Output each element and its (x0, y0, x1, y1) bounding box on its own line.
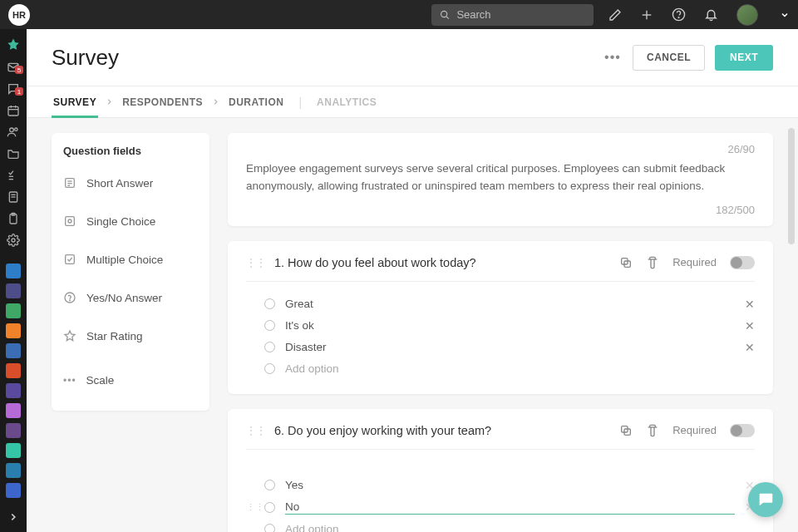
plus-icon[interactable] (640, 8, 653, 22)
drag-handle-icon[interactable]: ⋮⋮ (246, 257, 266, 268)
rail-app-tile[interactable] (6, 423, 21, 438)
question-title[interactable]: 6. Do you enjoy working with your team? (274, 424, 611, 437)
avatar[interactable] (736, 4, 758, 26)
chevron-right-icon (211, 97, 220, 106)
star-icon (63, 329, 76, 342)
svg-point-20 (12, 239, 15, 242)
rail-app-tile[interactable] (6, 363, 21, 378)
svg-rect-25 (66, 217, 75, 226)
search-input[interactable] (456, 8, 585, 21)
single-choice-icon (63, 214, 76, 228)
field-multiple-choice[interactable]: Multiple Choice (52, 240, 209, 278)
survey-description[interactable]: Employee engagement surveys serve severa… (246, 159, 755, 204)
add-option-row[interactable]: Add option (246, 358, 755, 379)
folder-icon[interactable] (5, 147, 22, 160)
survey-builder: 26/90 Employee engagement surveys serve … (228, 133, 773, 517)
topbar-actions (608, 4, 790, 26)
next-button[interactable]: NEXT (715, 45, 773, 71)
add-option-row[interactable]: Add option (246, 519, 755, 532)
clipboard-icon[interactable] (5, 212, 22, 225)
rail-app-tile[interactable] (6, 264, 21, 278)
field-label: Star Rating (86, 330, 143, 342)
svg-point-0 (441, 11, 447, 17)
rail-app-tile[interactable] (6, 403, 21, 418)
field-label: Multiple Choice (86, 254, 163, 266)
question-card: ⋮⋮ 1. How do you feel about work today? … (228, 241, 773, 394)
rail-app-tile[interactable] (6, 383, 21, 398)
rail-app-tile[interactable] (6, 283, 21, 298)
chat-icon[interactable]: 1 (5, 82, 22, 96)
required-toggle[interactable] (730, 424, 755, 437)
expand-rail-icon[interactable] (7, 511, 19, 525)
title-char-counter: 26/90 (246, 143, 755, 155)
brand-badge[interactable]: HR (8, 4, 30, 26)
field-scale[interactable]: ••• Scale (52, 362, 209, 399)
rail-app-tile[interactable] (6, 443, 21, 458)
remove-option-icon[interactable]: ✕ (745, 319, 755, 332)
left-rail: 5 1 (0, 29, 27, 532)
rail-app-tile[interactable] (6, 483, 21, 498)
question-fields-panel: Question fields Short Answer Single Choi… (52, 133, 209, 411)
required-toggle[interactable] (730, 256, 755, 269)
chevron-right-icon (105, 97, 114, 106)
remove-option-icon[interactable]: ✕ (745, 341, 755, 354)
remove-option-icon[interactable]: ✕ (745, 298, 755, 311)
rail-app-tile[interactable] (6, 303, 21, 318)
drag-handle-icon[interactable]: ⋮⋮ (246, 502, 254, 513)
svg-point-12 (15, 128, 17, 131)
option-row: Disaster ✕ (246, 337, 755, 358)
radio-icon (264, 342, 275, 352)
calendar-icon[interactable] (5, 104, 22, 117)
delete-icon[interactable] (646, 256, 659, 269)
field-star-rating[interactable]: Star Rating (52, 317, 209, 355)
svg-rect-7 (8, 106, 18, 116)
field-single-choice[interactable]: Single Choice (52, 202, 209, 240)
drag-handle-icon[interactable]: ⋮⋮ (246, 425, 266, 436)
scrollbar[interactable] (788, 128, 795, 444)
scrollbar-thumb[interactable] (788, 128, 795, 244)
settings-icon[interactable] (5, 234, 22, 247)
bell-icon[interactable] (704, 7, 718, 22)
delete-icon[interactable] (646, 424, 659, 437)
copy-icon[interactable] (619, 424, 633, 437)
field-yes-no[interactable]: Yes/No Answer (52, 278, 209, 317)
rail-app-tile[interactable] (6, 323, 21, 338)
more-actions-icon[interactable]: ••• (603, 50, 623, 65)
rail-app-tile[interactable] (6, 463, 21, 478)
people-icon[interactable] (5, 126, 22, 139)
chevron-down-icon[interactable] (780, 10, 790, 20)
option-row: Yes ✕ (246, 475, 755, 496)
global-search[interactable] (431, 4, 594, 26)
option-label[interactable]: Great (285, 298, 735, 310)
option-label[interactable]: Yes (285, 479, 735, 491)
chat-fab[interactable] (748, 482, 783, 517)
svg-point-11 (10, 128, 14, 132)
edit-icon[interactable] (608, 8, 622, 22)
option-input[interactable]: No (285, 500, 735, 515)
help-icon[interactable] (672, 7, 686, 22)
inbox-icon[interactable]: 5 (5, 61, 22, 74)
tab-duration[interactable]: DURATION (227, 86, 285, 117)
question-fields-title: Question fields (52, 145, 209, 164)
copy-icon[interactable] (619, 256, 633, 269)
tab-survey[interactable]: SURVEY (52, 86, 98, 117)
rail-app-tile[interactable] (6, 343, 21, 358)
question-title[interactable]: 1. How do you feel about work today? (274, 256, 611, 269)
tab-respondents[interactable]: RESPONDENTS (121, 86, 204, 117)
option-row: ⋮⋮ No ✕ (246, 496, 755, 519)
top-bar: HR (0, 0, 798, 29)
tasks-icon[interactable] (5, 169, 22, 182)
radio-icon (264, 298, 275, 309)
svg-marker-30 (65, 331, 75, 341)
tab-separator: | (298, 96, 302, 109)
cancel-button[interactable]: CANCEL (633, 45, 705, 71)
document-icon[interactable] (5, 190, 22, 204)
radio-icon (264, 502, 275, 513)
option-label[interactable]: Disaster (285, 341, 735, 353)
inbox-badge: 5 (15, 66, 23, 74)
app-logo-icon[interactable] (5, 37, 22, 52)
field-short-answer[interactable]: Short Answer (52, 164, 209, 202)
page-title: Survey (52, 45, 119, 71)
option-label[interactable]: It's ok (285, 319, 735, 332)
field-label: Scale (86, 374, 115, 387)
